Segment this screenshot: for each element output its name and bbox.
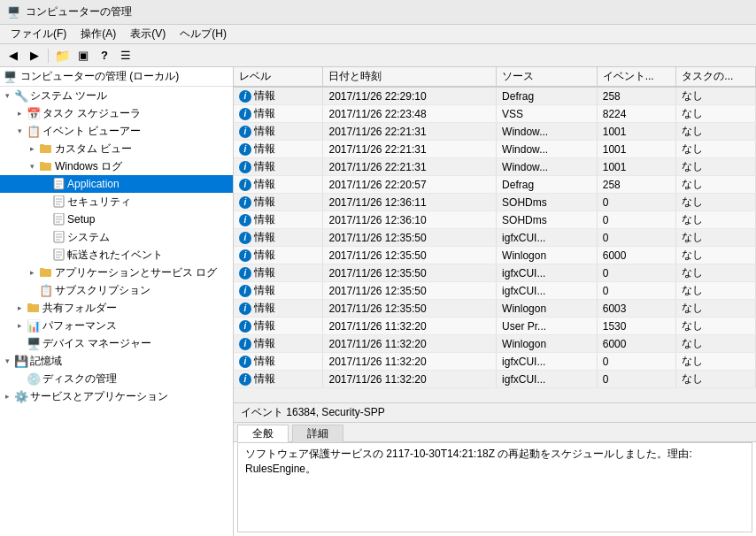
info-level-icon-0: i	[239, 90, 251, 103]
table-row[interactable]: i 情報2017/11/26 12:35:50igfxCUI...0なし	[234, 264, 756, 282]
detail-tab-general[interactable]: 全般	[237, 425, 289, 442]
expand-icon-system-tools[interactable]: ▾	[0, 88, 14, 103]
tree-node-icon-svc-app: ⚙️	[14, 389, 28, 403]
cell-datetime-0: 2017/11/26 22:29:10	[323, 87, 497, 105]
detail-tab-detail[interactable]: 詳細	[292, 425, 343, 442]
expand-icon-task-scheduler[interactable]: ▸	[12, 106, 27, 120]
tree-item-application[interactable]: Application	[0, 175, 233, 193]
cell-datetime-16: 2017/11/26 11:32:20	[323, 371, 497, 388]
toolbar: ◀ ▶ 📁 ▣ ? ☰	[0, 44, 756, 67]
cell-datetime-14: 2017/11/26 11:32:20	[323, 335, 497, 353]
tree-item-performance[interactable]: ▸📊パフォーマンス	[0, 317, 233, 334]
table-row[interactable]: i 情報2017/11/26 12:35:50igfxCUI...0なし	[234, 229, 756, 247]
table-row[interactable]: i 情報2017/11/26 22:23:48VSS8224なし	[234, 105, 756, 123]
help-icon-button[interactable]: ?	[95, 47, 114, 65]
tree-item-svc-app[interactable]: ▸⚙️サービスとアプリケーション	[0, 387, 233, 405]
tree-item-subscriptions[interactable]: 📋サブスクリプション	[0, 281, 233, 299]
tree-item-security[interactable]: セキュリティ	[0, 193, 233, 211]
tree-label-setup: Setup	[66, 213, 95, 226]
expand-icon-event-viewer[interactable]: ▾	[12, 124, 27, 138]
table-row[interactable]: i 情報2017/11/26 12:36:10SOHDms0なし	[234, 211, 756, 229]
tree-node-icon-storage: 💾	[14, 354, 28, 368]
tree-item-device-manager[interactable]: 🖥️デバイス マネージャー	[0, 334, 233, 352]
table-row[interactable]: i 情報2017/11/26 22:29:10Defrag258なし	[234, 87, 756, 105]
tree-item-shared-folder[interactable]: ▸共有フォルダー	[0, 299, 233, 317]
forward-button[interactable]: ▶	[25, 47, 44, 65]
expand-icon-windows-log[interactable]: ▾	[25, 159, 39, 173]
table-row[interactable]: i 情報2017/11/26 11:32:20igfxCUI...0なし	[234, 353, 756, 371]
tree-item-task-scheduler[interactable]: ▸📅タスク スケジューラ	[0, 104, 233, 122]
menu-item-file[interactable]: ファイル(F)	[4, 25, 73, 43]
menu-item-view[interactable]: 表示(V)	[123, 25, 173, 43]
table-row[interactable]: i 情報2017/11/26 12:35:50igfxCUI...0なし	[234, 282, 756, 300]
cell-datetime-8: 2017/11/26 12:35:50	[323, 229, 497, 247]
tree-item-custom-view[interactable]: ▸カスタム ビュー	[0, 140, 233, 157]
cell-eventid-16: 0	[597, 371, 676, 388]
table-row[interactable]: i 情報2017/11/26 12:35:50Winlogon6003なし	[234, 300, 756, 318]
table-row[interactable]: i 情報2017/11/26 22:20:57Defrag258なし	[234, 176, 756, 194]
expand-icon-performance[interactable]: ▸	[12, 318, 27, 333]
event-list-scroll[interactable]: レベル日付と時刻ソースイベント...タスクの...i 情報2017/11/26 …	[234, 67, 756, 402]
folder-button[interactable]: 📁	[52, 47, 72, 65]
cell-level-8: i 情報	[234, 229, 323, 247]
cell-eventid-13: 1530	[597, 318, 676, 335]
col-header-eventid[interactable]: イベント...	[597, 67, 676, 87]
svg-rect-31	[27, 303, 32, 305]
cell-task-1: なし	[676, 105, 756, 123]
expand-icon-custom-view[interactable]: ▸	[25, 142, 39, 156]
cell-eventid-2: 1001	[597, 123, 676, 141]
tree-label-windows-log: Windows ログ	[53, 159, 122, 174]
expand-icon-svc-app[interactable]: ▸	[0, 389, 14, 403]
table-row[interactable]: i 情報2017/11/26 11:32:20igfxCUI...0なし	[234, 371, 756, 388]
table-row[interactable]: i 情報2017/11/26 12:35:50Winlogon6000なし	[234, 247, 756, 264]
table-row[interactable]: i 情報2017/11/26 22:21:31Window...1001なし	[234, 123, 756, 141]
expand-icon-shared-folder[interactable]: ▸	[12, 301, 27, 315]
grid-button[interactable]: ▣	[73, 47, 93, 65]
tree-node-icon-system-tools: 🔧	[14, 88, 28, 103]
props-button[interactable]: ☰	[116, 47, 135, 65]
cell-eventid-15: 0	[597, 353, 676, 371]
detail-panel: イベント 16384, Security-SPP 全般詳細 ソフトウェア保護サー…	[234, 403, 756, 536]
tree-item-system-tools[interactable]: ▾🔧システム ツール	[0, 87, 233, 104]
info-level-icon-14: i	[239, 338, 251, 350]
cell-level-0: i 情報	[234, 87, 323, 105]
back-button[interactable]: ◀	[4, 47, 23, 65]
tree-item-system[interactable]: システム	[0, 228, 233, 246]
tree-label-disk-mgmt: ディスクの管理	[41, 371, 117, 387]
col-header-task[interactable]: タスクの...	[676, 67, 756, 87]
left-panel: 🖥️ コンピューターの管理 (ローカル) ▾🔧システム ツール▸📅タスク スケジ…	[0, 67, 234, 536]
table-row[interactable]: i 情報2017/11/26 11:32:20Winlogon6000なし	[234, 335, 756, 353]
tree-label-application: Application	[66, 178, 120, 190]
cell-eventid-9: 6000	[597, 247, 676, 264]
table-row[interactable]: i 情報2017/11/26 22:21:31Window...1001なし	[234, 158, 756, 176]
tree-item-setup[interactable]: Setup	[0, 211, 233, 228]
menu-item-help[interactable]: ヘルプ(H)	[173, 25, 234, 43]
cell-task-8: なし	[676, 229, 756, 247]
tree-label-performance: パフォーマンス	[41, 318, 117, 333]
cell-eventid-3: 1001	[597, 141, 676, 158]
menu-item-action[interactable]: 操作(A)	[73, 25, 123, 43]
table-row[interactable]: i 情報2017/11/26 11:32:20User Pr...1530なし	[234, 318, 756, 335]
tree-item-disk-mgmt[interactable]: 💿ディスクの管理	[0, 370, 233, 387]
svg-rect-2	[40, 144, 44, 146]
tree-item-storage[interactable]: ▾💾記憶域	[0, 352, 233, 370]
col-header-source[interactable]: ソース	[497, 67, 598, 87]
tree-item-windows-log[interactable]: ▾Windows ログ	[0, 157, 233, 175]
col-header-level[interactable]: レベル	[234, 67, 323, 87]
table-row[interactable]: i 情報2017/11/26 22:21:31Window...1001なし	[234, 141, 756, 158]
tree-item-event-viewer[interactable]: ▾📋イベント ビューアー	[0, 122, 233, 140]
expand-icon-subscriptions	[25, 283, 39, 297]
title-bar-icon: 🖥️	[7, 6, 20, 19]
tree-label-security: セキュリティ	[66, 195, 131, 210]
cell-level-2: i 情報	[234, 123, 323, 141]
cell-datetime-5: 2017/11/26 22:20:57	[323, 176, 497, 194]
tree-item-app-service-log[interactable]: ▸アプリケーションとサービス ログ	[0, 264, 233, 281]
table-row[interactable]: i 情報2017/11/26 12:36:11SOHDms0なし	[234, 194, 756, 211]
expand-icon-app-service-log[interactable]: ▸	[25, 265, 39, 279]
info-level-icon-12: i	[239, 302, 251, 315]
cell-level-10: i 情報	[234, 264, 323, 282]
col-header-datetime[interactable]: 日付と時刻	[323, 67, 497, 87]
tree-item-forwarded[interactable]: 転送されたイベント	[0, 246, 233, 264]
expand-icon-storage[interactable]: ▾	[0, 354, 14, 368]
tree-node-icon-performance: 📊	[27, 318, 41, 333]
